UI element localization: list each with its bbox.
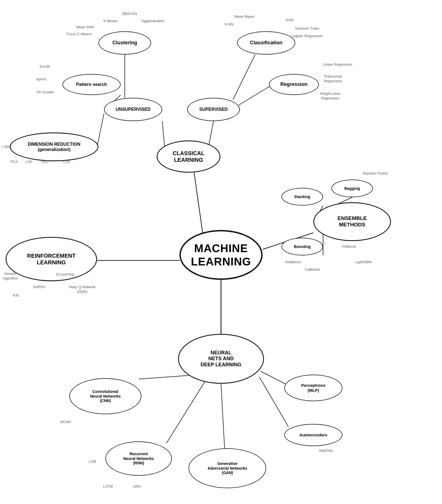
label-linear-regression: Linear Regression — [323, 62, 352, 67]
node-classical-learning: CLASSICAL LEARNING — [157, 140, 220, 173]
svg-line-17 — [166, 381, 205, 443]
label-sarsa: SARSA — [33, 285, 45, 290]
node-machine-learning: MACHINE LEARNING — [179, 230, 263, 280]
svg-line-8 — [97, 114, 104, 147]
svg-line-9 — [233, 55, 255, 100]
label-kmeans: K-Means — [103, 19, 118, 24]
label-euclat: Euclat — [40, 64, 50, 69]
label-agglomerative: Agglomerative — [141, 19, 164, 24]
node-neural-nets: NEURAL NETS AND DEEP LEARNING — [178, 334, 264, 384]
node-reinforcement-learning: REINFORCEMENT LEARNING — [6, 237, 97, 281]
label-genetic: Genetic Algorithm — [3, 272, 18, 281]
label-lsa: LSA — [26, 160, 32, 164]
label-qlearning: Q-Learning — [56, 272, 74, 277]
node-regression: Regression — [269, 74, 319, 95]
label-gru: GRU — [133, 484, 141, 489]
label-naive-bayes: Naive Bayes — [234, 14, 255, 19]
node-dimension-reduction: DIMENSION REDUCTION (generalization) — [10, 132, 98, 161]
label-adaboost: AdaBoost — [285, 260, 301, 265]
label-random-forest: Random Forest — [363, 171, 388, 176]
label-svd: SVD — [41, 160, 49, 164]
label-tsne: t-SNE — [2, 145, 12, 149]
label-lda: LDA — [63, 160, 70, 164]
label-fuzzycmeans: Fuzzy C-Means — [67, 32, 92, 37]
node-bagging: Bagging — [331, 180, 373, 197]
mind-map-diagram: MACHINE LEARNING CLASSICAL LEARNING UNSU… — [0, 0, 442, 504]
svg-line-14 — [139, 375, 189, 379]
svg-line-0 — [194, 173, 204, 241]
label-pca: PCA — [11, 160, 18, 164]
label-apriori: Apriori — [36, 77, 47, 82]
label-knn: K-NN — [225, 22, 233, 27]
label-poly-regression: Polynomial Regression — [324, 74, 342, 84]
svg-line-10 — [238, 86, 270, 105]
node-stacking: Stacking — [281, 188, 323, 206]
label-a3c: A3C — [12, 293, 19, 298]
label-svm: SVM — [286, 18, 293, 23]
label-logistic-regression: Logistic Regression — [291, 34, 322, 39]
label-lstm: LSTM — [103, 484, 113, 489]
label-seq2seq: seq2seq — [319, 448, 332, 453]
label-lightgbm: LightGBM — [355, 260, 372, 265]
node-pattern-search: Pattern search — [62, 74, 121, 95]
svg-line-15 — [261, 371, 288, 385]
node-unsupervised: UNSUPERVISED — [104, 98, 162, 121]
svg-line-16 — [259, 377, 288, 427]
node-gan: Generative Adversarial Networks (GAN) — [189, 448, 266, 488]
label-dbscan: DBSCAN — [122, 12, 137, 16]
node-classification: Classification — [237, 31, 295, 55]
label-xgboost: XGBoost — [342, 244, 356, 249]
label-fpgrowth: FP-Growth — [37, 90, 54, 95]
label-decision-trees: Decision Trees — [295, 26, 319, 31]
label-ridge-lasso: Ridge/Lasso Regression — [320, 91, 340, 101]
node-autoencoders: Autoencoders — [284, 424, 342, 446]
node-clustering: Clustering — [98, 31, 151, 55]
svg-line-18 — [221, 384, 225, 448]
node-cnn: Convolutional Neural Networks (CNN) — [69, 378, 141, 414]
label-catboost: CatBoost — [305, 267, 320, 272]
node-boosting: Boosting — [281, 238, 323, 255]
label-meanshift: Mean-Shift — [76, 25, 94, 30]
label-deep-qn: Deep Q-Network (DQN) — [69, 285, 96, 294]
node-ensemble-methods: ENSEMBLE METHODS — [313, 202, 391, 241]
node-perceptrons: Perceptrons (MLP) — [284, 375, 342, 401]
node-rnn: Recurrent Neural Networks (RNN) — [105, 441, 172, 476]
label-dcnn: DCNN — [60, 420, 71, 424]
label-lsm: LSM — [89, 459, 96, 464]
node-supervised: SUPERVISED — [187, 98, 240, 121]
